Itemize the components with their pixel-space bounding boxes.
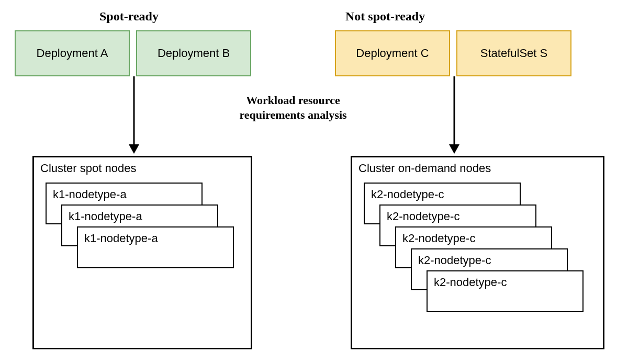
node-card: k1-nodetype-a xyxy=(77,226,234,268)
heading-spot-ready: Spot-ready xyxy=(99,9,159,24)
node-card: k2-nodetype-c xyxy=(427,270,584,312)
diagram-canvas: Spot-ready Not spot-ready Deployment A D… xyxy=(0,0,628,364)
deployment-a-label: Deployment A xyxy=(37,47,108,60)
node-card-label: k1-nodetype-a xyxy=(53,188,127,201)
node-card-label: k2-nodetype-c xyxy=(402,232,475,245)
statefulset-s-box: StatefulSet S xyxy=(456,30,571,76)
cluster-spot: Cluster spot nodes k1-nodetype-a k1-node… xyxy=(32,156,252,349)
heading-not-spot-ready: Not spot-ready xyxy=(345,9,425,24)
node-card-label: k2-nodetype-c xyxy=(418,254,491,267)
arrow-right xyxy=(449,76,459,155)
svg-marker-1 xyxy=(129,144,139,154)
node-card-label: k2-nodetype-c xyxy=(387,210,459,223)
cluster-ondemand-title: Cluster on-demand nodes xyxy=(352,157,603,179)
deployment-c-label: Deployment C xyxy=(356,47,429,60)
svg-marker-3 xyxy=(449,144,459,154)
center-label: Workload resource requirements analysis xyxy=(230,93,356,122)
cluster-ondemand: Cluster on-demand nodes k2-nodetype-c k2… xyxy=(351,156,604,349)
node-card-label: k2-nodetype-c xyxy=(434,276,507,289)
node-card-label: k1-nodetype-a xyxy=(84,232,158,245)
node-card-label: k2-nodetype-c xyxy=(371,188,444,201)
statefulset-s-label: StatefulSet S xyxy=(480,47,547,60)
node-card-label: k1-nodetype-a xyxy=(69,210,142,223)
deployment-b-box: Deployment B xyxy=(136,30,251,76)
deployment-b-label: Deployment B xyxy=(158,47,230,60)
cluster-spot-title: Cluster spot nodes xyxy=(34,157,251,179)
deployment-a-box: Deployment A xyxy=(15,30,130,76)
deployment-c-box: Deployment C xyxy=(335,30,450,76)
arrow-left xyxy=(129,76,139,155)
